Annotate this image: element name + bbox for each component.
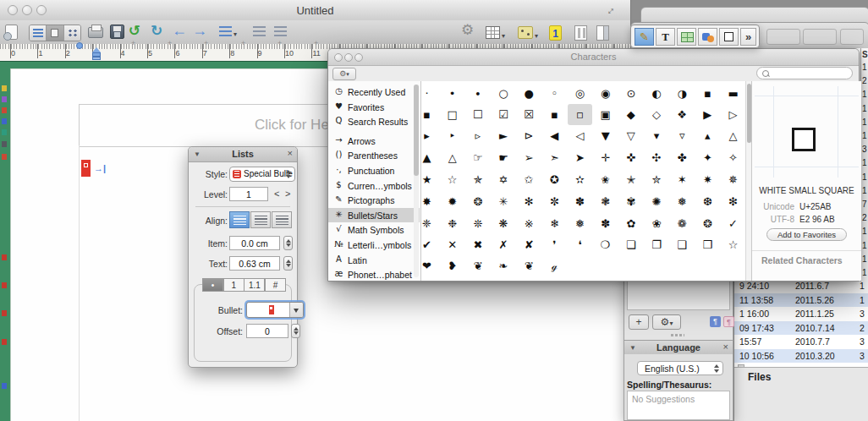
character-cell[interactable]: ▽ xyxy=(618,125,643,146)
character-cell[interactable]: ❒ xyxy=(695,234,720,255)
character-cell[interactable]: ✼ xyxy=(542,191,567,212)
character-cell[interactable]: ❤ xyxy=(415,255,439,276)
character-cell[interactable]: ✔ xyxy=(415,234,439,255)
suggestions-box[interactable]: No Suggestions xyxy=(627,391,730,420)
sidebar-item-pictographs[interactable]: ✎Pictographs xyxy=(328,193,420,208)
character-cell[interactable]: ✗ xyxy=(492,234,516,255)
character-cell[interactable]: ✵ xyxy=(721,169,745,190)
tab-stop-mark[interactable]: + xyxy=(314,39,318,47)
sidebar-item-arrows[interactable]: →Arrows xyxy=(328,134,420,149)
character-cell[interactable]: ☛ xyxy=(492,147,516,168)
character-cell[interactable]: ⊙ xyxy=(618,83,643,104)
character-cell[interactable]: ✳ xyxy=(492,191,516,212)
list-view-icon[interactable] xyxy=(30,25,47,41)
character-cell[interactable]: ☆ xyxy=(440,169,464,190)
character-cell[interactable]: ❇ xyxy=(721,191,745,212)
character-cell[interactable]: ‣ xyxy=(440,125,464,146)
sidebar-item-recently-used[interactable]: ◷Recently Used xyxy=(328,85,420,100)
character-cell[interactable]: ✶ xyxy=(670,169,695,190)
sidebar-item-latin[interactable]: ALatin xyxy=(328,253,420,268)
character-search-input[interactable] xyxy=(756,67,853,79)
versions-table-row[interactable]: 09 17:432010.7.142 xyxy=(734,321,868,336)
versions-table-row[interactable]: 11 13:582011.5.261 xyxy=(734,293,868,308)
columns-icon[interactable] xyxy=(574,25,587,41)
thumbnail-view-icon[interactable] xyxy=(64,25,80,41)
chevron-down-icon[interactable]: ▾ xyxy=(233,30,237,38)
character-cell[interactable]: ❥ xyxy=(440,255,464,276)
character-cell[interactable]: ▷ xyxy=(721,104,745,125)
character-cell[interactable]: ❑ xyxy=(670,234,695,255)
character-cell[interactable]: ✹ xyxy=(440,191,464,212)
character-cell[interactable]: ✣ xyxy=(645,147,669,168)
character-cell[interactable]: ❧ xyxy=(492,255,516,276)
gear-icon[interactable]: ⚙ xyxy=(461,23,474,37)
table-icon[interactable] xyxy=(486,26,500,39)
character-cell[interactable]: ☆ xyxy=(721,234,745,255)
character-cell[interactable]: ❏ xyxy=(618,234,643,255)
character-cell[interactable]: ➣ xyxy=(542,147,567,168)
character-badge-icon[interactable]: ¶ xyxy=(723,316,734,327)
character-cell[interactable]: ✺ xyxy=(645,191,669,212)
character-cell[interactable]: ✷ xyxy=(695,169,720,190)
characters-titlebar[interactable]: Characters xyxy=(328,49,859,66)
character-cell[interactable]: ✮ xyxy=(645,169,669,190)
template-document-icon[interactable] xyxy=(5,25,18,40)
character-cell[interactable]: ❂ xyxy=(465,191,490,212)
character-cell[interactable]: ✪ xyxy=(542,169,567,190)
undo-icon[interactable]: ↺ xyxy=(129,24,140,38)
character-cell[interactable]: ❃ xyxy=(593,191,618,212)
character-cell[interactable]: ❅ xyxy=(670,191,695,212)
list-style-icon[interactable] xyxy=(219,26,232,37)
character-cell[interactable]: ✛ xyxy=(593,147,618,168)
selected-bullet-character[interactable] xyxy=(81,160,91,177)
sidebar-item-phonetic-alphabet[interactable]: æPhonet…phabet xyxy=(328,267,420,282)
selected-character-cell[interactable]: ▫ xyxy=(568,104,592,125)
character-cell[interactable]: ➤ xyxy=(568,147,592,168)
character-cell[interactable]: ✓ xyxy=(721,213,745,234)
tab-stop-mark[interactable]: + xyxy=(204,39,208,47)
character-cell[interactable]: ℊ xyxy=(542,255,567,276)
shapes-tool-button[interactable] xyxy=(698,28,717,46)
chevron-down-icon[interactable]: ▾ xyxy=(535,32,538,40)
size-column-header[interactable]: S xyxy=(862,50,868,59)
character-cell[interactable]: ▬ xyxy=(721,83,745,104)
paragraph-badge-icon[interactable]: ¶ xyxy=(710,316,721,327)
add-style-button[interactable]: + xyxy=(629,314,649,330)
character-cell[interactable]: ◉ xyxy=(593,83,618,104)
sidebar-item-currency-symbols[interactable]: $Curren…ymbols xyxy=(328,178,420,194)
page-view-icon[interactable] xyxy=(47,25,63,41)
versions-table-row[interactable]: 15:572010.7.73 xyxy=(734,335,868,349)
more-tools-button[interactable]: » xyxy=(740,28,756,46)
panel-drag-handle[interactable] xyxy=(671,334,684,336)
close-icon[interactable]: × xyxy=(723,342,728,352)
save-icon[interactable] xyxy=(110,25,124,39)
lists-titlebar[interactable]: ▼ Lists × xyxy=(189,147,297,162)
character-cell[interactable]: ✬ xyxy=(593,169,618,190)
header-placeholder-text[interactable]: Click for He xyxy=(255,117,329,134)
character-cell[interactable]: ✽ xyxy=(593,213,618,234)
character-cell[interactable]: ❛ xyxy=(568,234,592,255)
character-cell[interactable]: • xyxy=(440,83,464,104)
related-characters-header[interactable]: Related Characters xyxy=(761,255,843,265)
character-cell[interactable]: ✻ xyxy=(517,191,541,212)
character-cell[interactable]: ✯ xyxy=(465,169,490,190)
sidebar-item-math-symbols[interactable]: √Math Symbols xyxy=(328,222,420,238)
tab-stop-mark[interactable]: + xyxy=(277,39,282,47)
combobox-dropdown-icon[interactable] xyxy=(289,303,303,317)
character-cell[interactable]: ❐ xyxy=(645,234,669,255)
bullet-tab-1[interactable]: 1 xyxy=(223,278,244,292)
character-cell[interactable]: ◦ xyxy=(542,83,567,104)
character-cell[interactable]: ❦ xyxy=(465,255,490,276)
character-cell[interactable]: ▴ xyxy=(695,125,720,146)
character-cell[interactable]: ★ xyxy=(415,169,439,190)
character-cell[interactable]: ✸ xyxy=(415,191,439,212)
tab-stop-mark[interactable]: + xyxy=(131,39,135,47)
character-cell[interactable]: ❊ xyxy=(465,213,490,234)
character-cell[interactable]: ▪ xyxy=(415,104,439,125)
sidebar-item-parentheses[interactable]: ()Parentheses xyxy=(328,148,420,163)
character-cell[interactable]: ❉ xyxy=(440,213,464,234)
character-cell[interactable]: ✦ xyxy=(695,147,720,168)
rectangle-tool-button[interactable] xyxy=(719,28,739,46)
draw-tool-icon[interactable] xyxy=(518,26,533,39)
item-stepper[interactable] xyxy=(283,236,293,250)
